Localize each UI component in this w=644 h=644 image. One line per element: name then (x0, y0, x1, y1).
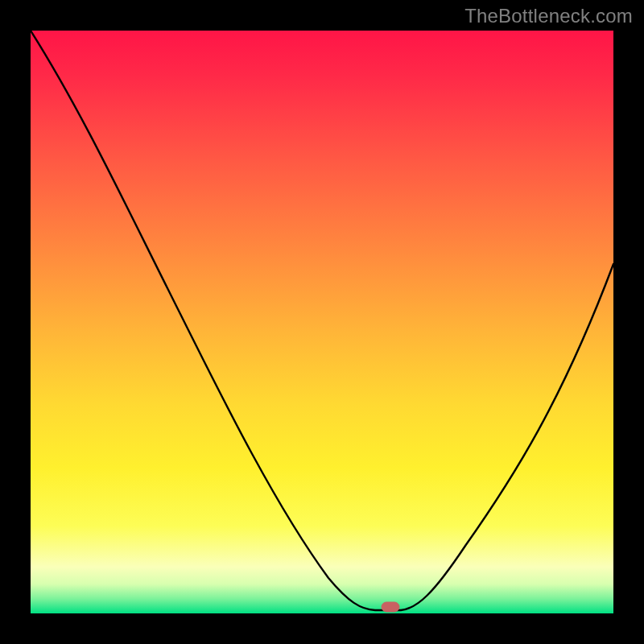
optimal-marker (382, 602, 399, 612)
plot-area (31, 31, 613, 613)
bottleneck-curve-path (31, 31, 613, 610)
watermark-text: TheBottleneck.com (464, 5, 633, 27)
chart-frame: TheBottleneck.com (0, 0, 644, 644)
bottleneck-curve (31, 31, 613, 613)
